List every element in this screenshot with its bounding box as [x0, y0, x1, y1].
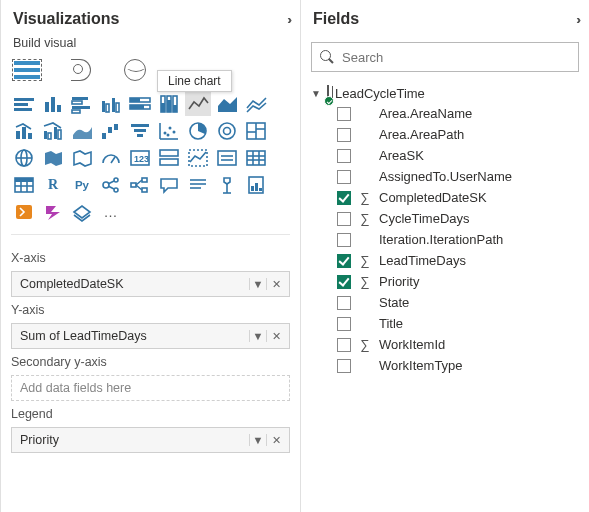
ribbon-chart-icon[interactable] [69, 119, 95, 143]
legend-dropdown-icon[interactable]: ▼ [249, 434, 267, 446]
waterfall-icon[interactable] [98, 119, 124, 143]
svg-rect-2 [14, 108, 32, 111]
matrix-icon[interactable] [11, 173, 37, 197]
table-icon [327, 86, 329, 101]
treemap-icon[interactable] [243, 119, 269, 143]
funnel-icon[interactable] [127, 119, 153, 143]
svg-line-82 [136, 185, 142, 190]
xaxis-remove-icon[interactable]: ✕ [267, 278, 285, 291]
yaxis-remove-icon[interactable]: ✕ [267, 330, 285, 343]
filled-map-icon[interactable] [40, 146, 66, 170]
map-icon[interactable] [11, 146, 37, 170]
yaxis-label: Y-axis [11, 303, 290, 317]
card-icon[interactable]: 123 [127, 146, 153, 170]
legend-well[interactable]: Priority ▼ ✕ [11, 427, 290, 453]
svg-text:123: 123 [134, 154, 149, 164]
expand-icon[interactable]: ▼ [311, 88, 321, 99]
svg-line-81 [136, 180, 142, 185]
xaxis-label: X-axis [11, 251, 290, 265]
collapse-viz-icon[interactable]: ›› [287, 12, 288, 27]
stacked-bar-icon[interactable] [11, 92, 37, 116]
field-checkbox[interactable] [337, 233, 351, 247]
stacked-column-icon[interactable] [40, 92, 66, 116]
get-more-visuals-icon[interactable] [69, 200, 95, 224]
goals-icon[interactable] [214, 173, 240, 197]
field-checkbox[interactable] [337, 359, 351, 373]
collapse-fields-icon[interactable]: ›› [576, 12, 577, 27]
smart-narrative-icon[interactable] [185, 173, 211, 197]
table-node[interactable]: ▼ LeadCycleTime [305, 84, 585, 103]
field-row[interactable]: Area.AreaPath [305, 124, 585, 145]
y2axis-well[interactable]: Add data fields here [11, 375, 290, 401]
field-checkbox[interactable] [337, 149, 351, 163]
field-row[interactable]: Iteration.IterationPath [305, 229, 585, 250]
sigma-icon: ∑ [359, 190, 371, 205]
field-row[interactable]: WorkItemType [305, 355, 585, 376]
yaxis-value: Sum of LeadTimeDays [20, 329, 249, 343]
svg-rect-29 [48, 133, 51, 139]
line-clustered-column-icon[interactable] [40, 119, 66, 143]
gauge-icon[interactable] [98, 146, 124, 170]
build-visual-tab[interactable] [13, 58, 41, 82]
azure-map-icon[interactable] [69, 146, 95, 170]
field-row[interactable]: ∑Priority [305, 271, 585, 292]
decomposition-tree-icon[interactable] [127, 173, 153, 197]
power-apps-icon[interactable] [11, 200, 37, 224]
table-icon[interactable] [243, 146, 269, 170]
general-tab[interactable] [121, 58, 149, 82]
pie-icon[interactable] [185, 119, 211, 143]
field-checkbox[interactable] [337, 212, 351, 226]
legend-remove-icon[interactable]: ✕ [267, 434, 285, 447]
field-checkbox[interactable] [337, 275, 351, 289]
clustered-bar-icon[interactable] [69, 92, 95, 116]
field-checkbox[interactable] [337, 254, 351, 268]
field-row[interactable]: ∑WorkItemId [305, 334, 585, 355]
field-row[interactable]: ∑LeadTimeDays [305, 250, 585, 271]
hundred-stacked-bar-icon[interactable] [127, 92, 153, 116]
field-row[interactable]: ∑CompletedDateSK [305, 187, 585, 208]
kpi-icon[interactable] [185, 146, 211, 170]
key-influencers-icon[interactable] [98, 173, 124, 197]
field-row[interactable]: Area.AreaName [305, 103, 585, 124]
svg-rect-80 [142, 188, 147, 192]
line-chart-icon[interactable] [185, 92, 211, 116]
field-checkbox[interactable] [337, 107, 351, 121]
field-checkbox[interactable] [337, 128, 351, 142]
search-box[interactable] [311, 42, 579, 72]
field-row[interactable]: AreaSK [305, 145, 585, 166]
power-automate-icon[interactable] [40, 200, 66, 224]
field-checkbox[interactable] [337, 170, 351, 184]
field-checkbox[interactable] [337, 317, 351, 331]
hundred-stacked-column-icon[interactable] [156, 92, 182, 116]
field-row[interactable]: State [305, 292, 585, 313]
qa-visual-icon[interactable] [156, 173, 182, 197]
clustered-column-icon[interactable] [98, 92, 124, 116]
field-name: WorkItemType [379, 358, 579, 373]
slicer-icon[interactable] [214, 146, 240, 170]
field-row[interactable]: ∑CycleTimeDays [305, 208, 585, 229]
yaxis-well[interactable]: Sum of LeadTimeDays ▼ ✕ [11, 323, 290, 349]
search-input[interactable] [340, 49, 570, 66]
field-checkbox[interactable] [337, 338, 351, 352]
sigma-icon: ∑ [359, 337, 371, 352]
field-checkbox[interactable] [337, 296, 351, 310]
format-visual-tab[interactable] [67, 58, 95, 82]
paginated-report-icon[interactable] [243, 173, 269, 197]
fields-header: Fields ›› [301, 0, 589, 34]
multi-row-card-icon[interactable] [156, 146, 182, 170]
area-chart-icon[interactable] [214, 92, 240, 116]
r-visual-icon[interactable]: R [40, 173, 66, 197]
svg-rect-27 [28, 133, 32, 139]
field-row[interactable]: Title [305, 313, 585, 334]
xaxis-well[interactable]: CompletedDateSK ▼ ✕ [11, 271, 290, 297]
field-row[interactable]: AssignedTo.UserName [305, 166, 585, 187]
py-visual-icon[interactable]: Py [69, 173, 95, 197]
more-options-icon[interactable]: … [98, 200, 124, 224]
stacked-area-icon[interactable] [243, 92, 269, 116]
donut-icon[interactable] [214, 119, 240, 143]
field-checkbox[interactable] [337, 191, 351, 205]
scatter-icon[interactable] [156, 119, 182, 143]
xaxis-dropdown-icon[interactable]: ▼ [249, 278, 267, 290]
line-stacked-column-icon[interactable] [11, 119, 37, 143]
yaxis-dropdown-icon[interactable]: ▼ [249, 330, 267, 342]
